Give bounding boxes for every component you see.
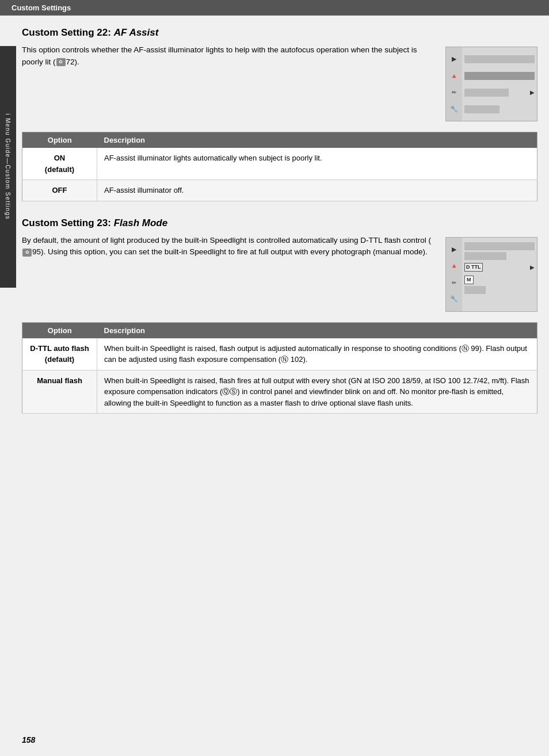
lcd-icons-22: ▶ 🔺 ✏ 🔧	[446, 47, 462, 121]
lcd-row-1	[464, 55, 535, 63]
table-22-header-row: Option Description	[22, 132, 537, 148]
lcd-icon-tool-23: 🔧	[450, 295, 458, 303]
table-23-desc-0: When built-in Speedlight is raised, flas…	[97, 338, 537, 371]
section22-container: Custom Setting 22: AF Assist This option…	[22, 27, 537, 201]
main-content: Custom Setting 22: AF Assist This option…	[22, 16, 537, 453]
lcd-screen-22: ▶	[462, 47, 537, 121]
table-23-col2-header: Description	[97, 322, 537, 338]
lcd-icon-camera-23: 🔺	[450, 262, 458, 270]
lcd-arrow-23: ▶	[530, 264, 535, 270]
table-23-option-1: Manual flash	[22, 370, 97, 414]
lcd-icon-play-23: ▶	[452, 246, 456, 253]
section22-text: This option controls whether the AF-assi…	[22, 44, 434, 121]
lcd-row-3: ▶	[464, 89, 535, 97]
table-row: Manual flashWhen built-in Speedlight is …	[22, 370, 537, 414]
lcd-bar-selected	[464, 72, 535, 80]
header-bar: Custom Settings	[0, 0, 549, 16]
lcd-row-23-5	[464, 286, 535, 294]
table-23-desc-1: When built-in Speedlight is raised, flas…	[97, 370, 537, 414]
table-23-option-0: D-TTL auto flash(default)	[22, 338, 97, 371]
ref-icon-23: ✿	[22, 249, 32, 257]
table-row: OFFAF-assist illuminator off.	[22, 180, 537, 201]
dtll-label: D TTL	[464, 263, 483, 272]
side-tab-label: i Menu Guide—Custom Settings	[5, 114, 12, 220]
table-22-desc-0: AF-assist illuminator lights automatical…	[97, 148, 537, 180]
lcd-row-23-1	[464, 242, 535, 250]
ref-icon-22: ✿	[56, 58, 66, 66]
lcd-icon-tool: 🔧	[450, 105, 458, 113]
lcd-diagram-23: ▶ 🔺 ✏ 🔧 D TTL ▶	[445, 237, 537, 312]
lcd-screen-23: D TTL ▶ M	[462, 238, 537, 311]
table-22-body: ON(default)AF-assist illuminator lights …	[22, 148, 537, 201]
lcd-icon-play: ▶	[452, 55, 456, 63]
section23-title: Custom Setting 23: Flash Mode	[22, 217, 537, 229]
table-23-body: D-TTL auto flash(default)When built-in S…	[22, 338, 537, 414]
lcd-row-2	[464, 72, 535, 80]
lcd-bar-23-1	[464, 242, 535, 250]
lcd-row-4	[464, 105, 535, 113]
m-label: M	[464, 276, 474, 284]
header-title: Custom Settings	[12, 3, 71, 12]
section22-title: Custom Setting 22: AF Assist	[22, 27, 537, 39]
lcd-icon-pencil-23: ✏	[452, 280, 456, 286]
table-row: ON(default)AF-assist illuminator lights …	[22, 148, 537, 180]
table-23-header-row: Option Description	[22, 322, 537, 338]
section23-container: Custom Setting 23: Flash Mode By default…	[22, 217, 537, 414]
table-23: Option Description D-TTL auto flash(defa…	[22, 322, 537, 414]
table-22-option-0: ON(default)	[22, 148, 97, 180]
lcd-bar-4	[464, 105, 500, 113]
lcd-icon-camera: 🔺	[450, 72, 458, 80]
lcd-bar-3	[464, 89, 509, 97]
lcd-row-23-3: D TTL ▶	[464, 262, 535, 273]
page-number: 158	[22, 735, 35, 744]
lcd-row-23-4: M	[464, 275, 535, 284]
lcd-diagram-22: ▶ 🔺 ✏ 🔧 ▶	[445, 47, 537, 121]
lcd-bar-23-2	[464, 252, 506, 260]
table-22: Option Description ON(default)AF-assist …	[22, 132, 537, 201]
lcd-bar-1	[464, 55, 535, 63]
lcd-bar-23-5	[464, 286, 486, 294]
section22-body: This option controls whether the AF-assi…	[22, 44, 537, 121]
table-22-option-1: OFF	[22, 180, 97, 201]
side-tab: i Menu Guide—Custom Settings	[0, 46, 16, 288]
section23-text: By default, the amount of light produced…	[22, 235, 434, 312]
lcd-icons-23: ▶ 🔺 ✏ 🔧	[446, 238, 462, 311]
table-22-desc-1: AF-assist illuminator off.	[97, 180, 537, 201]
section23-body: By default, the amount of light produced…	[22, 235, 537, 312]
lcd-arrow-22: ▶	[530, 89, 535, 96]
table-22-col1-header: Option	[22, 132, 97, 148]
lcd-icon-pencil: ✏	[452, 89, 456, 96]
table-23-col1-header: Option	[22, 322, 97, 338]
lcd-row-23-2	[464, 252, 535, 260]
table-row: D-TTL auto flash(default)When built-in S…	[22, 338, 537, 371]
table-22-col2-header: Description	[97, 132, 537, 148]
